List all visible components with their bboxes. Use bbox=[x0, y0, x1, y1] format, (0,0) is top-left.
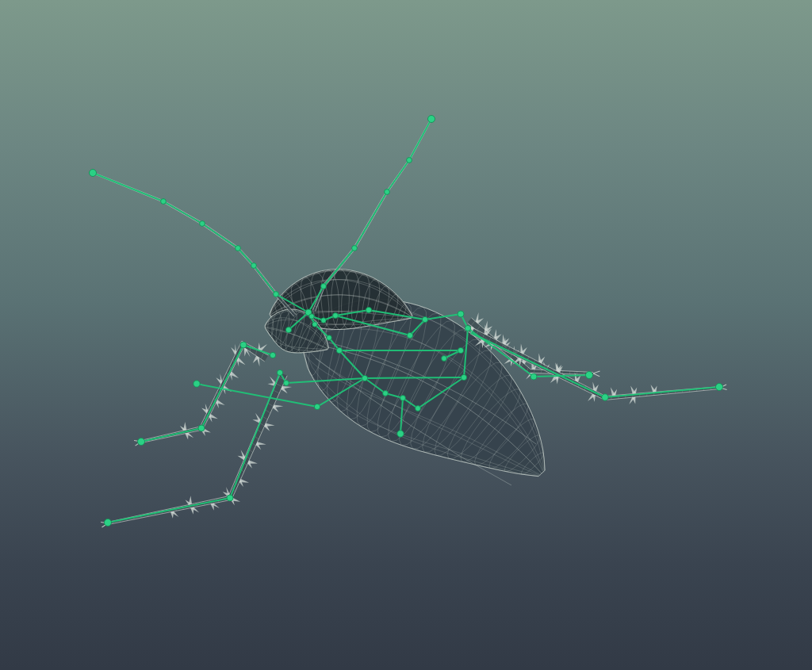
joint-dot[interactable] bbox=[333, 313, 339, 319]
joint-dot[interactable] bbox=[362, 375, 367, 381]
joint-dot[interactable] bbox=[442, 356, 447, 362]
joint-dot[interactable] bbox=[416, 406, 421, 412]
joint-dot[interactable] bbox=[716, 384, 723, 391]
rig-bone[interactable] bbox=[141, 345, 273, 442]
joint-dot[interactable] bbox=[309, 314, 314, 319]
rig-bone[interactable] bbox=[365, 377, 464, 378]
joint-dot[interactable] bbox=[277, 369, 282, 375]
joint-dot[interactable] bbox=[407, 332, 412, 338]
joint-dot[interactable] bbox=[193, 381, 200, 387]
joint-dot[interactable] bbox=[458, 311, 464, 317]
joint-dot[interactable] bbox=[461, 374, 466, 380]
leg-spikes bbox=[180, 343, 267, 440]
joint-dot[interactable] bbox=[530, 373, 537, 380]
joint-dot[interactable] bbox=[383, 391, 389, 396]
joint-dot[interactable] bbox=[200, 221, 205, 227]
joint-dot[interactable] bbox=[138, 438, 145, 446]
joint-dot[interactable] bbox=[105, 519, 112, 526]
joint-dot[interactable] bbox=[602, 394, 608, 400]
joint-dot[interactable] bbox=[314, 404, 320, 409]
joint-dot[interactable] bbox=[284, 381, 289, 386]
joint-dot[interactable] bbox=[366, 307, 371, 312]
joint-dot[interactable] bbox=[161, 199, 167, 205]
joint-dot[interactable] bbox=[90, 170, 97, 177]
joint-dot[interactable] bbox=[458, 347, 463, 353]
joint-dot[interactable] bbox=[400, 396, 406, 401]
joint-dot[interactable] bbox=[586, 372, 593, 379]
joint-dot[interactable] bbox=[321, 318, 326, 323]
antenna-left bbox=[93, 172, 297, 316]
joint-dot[interactable] bbox=[240, 342, 247, 348]
joint-dot[interactable] bbox=[227, 495, 233, 501]
joint-dot[interactable] bbox=[236, 246, 241, 251]
joint-dot[interactable] bbox=[385, 190, 390, 195]
viewport-3d[interactable] bbox=[0, 0, 812, 670]
joint-dot[interactable] bbox=[428, 116, 435, 123]
joint-dot[interactable] bbox=[270, 352, 275, 358]
joint-dot[interactable] bbox=[407, 158, 412, 163]
joint-dot[interactable] bbox=[198, 425, 205, 431]
joint-dot[interactable] bbox=[321, 284, 327, 289]
joint-dot[interactable] bbox=[327, 335, 331, 340]
joint-dot[interactable] bbox=[422, 316, 427, 322]
joint-dot[interactable] bbox=[285, 327, 291, 332]
viewport-canvas[interactable] bbox=[0, 0, 812, 670]
joint-dot[interactable] bbox=[336, 347, 342, 353]
joint-dot[interactable] bbox=[397, 431, 404, 437]
joint-dot[interactable] bbox=[251, 263, 257, 269]
joint-dot[interactable] bbox=[312, 322, 317, 327]
joint-dot[interactable] bbox=[465, 325, 470, 331]
joint-dot[interactable] bbox=[352, 246, 358, 251]
joint-dot[interactable] bbox=[274, 292, 279, 297]
